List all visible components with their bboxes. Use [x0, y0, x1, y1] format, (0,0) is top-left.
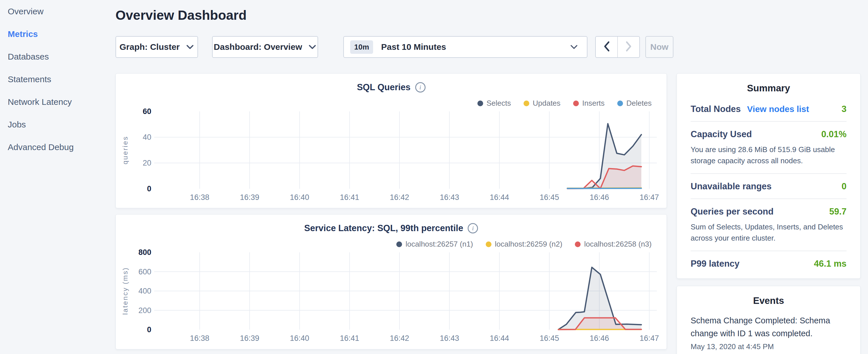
- summary-row: Capacity Used0.01%You are using 28.6 MiB…: [691, 122, 846, 174]
- summary-row-description: Sum of Selects, Updates, Inserts, and De…: [691, 221, 846, 244]
- x-tick-label: 16:38: [181, 193, 218, 202]
- x-tick-label: 16:41: [331, 334, 368, 343]
- sidebar-item-advanced-debug[interactable]: Advanced Debug: [0, 136, 109, 158]
- x-tick-label: 16:43: [431, 334, 468, 343]
- dashboard-dropdown[interactable]: Dashboard: Overview: [212, 36, 318, 58]
- x-tick-label: 16:42: [381, 334, 418, 343]
- legend-item[interactable]: localhost:26258 (n3): [575, 240, 652, 249]
- chevron-right-icon: [625, 41, 632, 53]
- sidebar: OverviewMetricsDatabasesStatementsNetwor…: [0, 0, 109, 354]
- x-tick-label: 16:38: [181, 334, 218, 343]
- x-tick-label: 16:43: [431, 193, 468, 202]
- prev-time-button[interactable]: [596, 37, 617, 57]
- x-tick-label: 16:45: [531, 193, 568, 202]
- summary-row-value: 3: [842, 104, 846, 114]
- chevron-left-icon: [603, 41, 610, 53]
- chart-title: SQL Queries: [357, 82, 410, 93]
- x-tick-label: 16:41: [331, 193, 368, 202]
- info-icon[interactable]: i: [468, 223, 478, 233]
- event-message: Schema Change Completed: Schema change w…: [691, 314, 831, 340]
- legend-item[interactable]: Selects: [477, 99, 511, 108]
- page-title: Overview Dashboard: [116, 7, 247, 23]
- x-tick-label: 16:44: [481, 334, 518, 343]
- event-timestamp: May 13, 2020 at 4:45 PM: [691, 342, 846, 351]
- legend-dot-icon: [573, 100, 579, 106]
- x-tick-label: 16:40: [281, 334, 318, 343]
- x-tick-label: 16:39: [231, 334, 268, 343]
- y-tick-label: 400: [128, 286, 151, 296]
- legend-label: localhost:26258 (n3): [584, 240, 652, 249]
- summary-row-label: Total Nodes: [691, 104, 741, 114]
- summary-row-label: Capacity Used: [691, 129, 752, 139]
- view-nodes-list-link[interactable]: View nodes list: [747, 104, 809, 114]
- legend-label: Inserts: [582, 99, 604, 108]
- legend-dot-icon: [477, 100, 483, 106]
- chart-title: Service Latency: SQL, 99th percentile: [304, 223, 463, 233]
- legend-label: Deletes: [626, 99, 652, 108]
- summary-row: Unavailable ranges0: [691, 174, 846, 199]
- y-tick-label: 800: [128, 248, 151, 257]
- time-range-dropdown[interactable]: 10m Past 10 Minutes: [343, 36, 587, 58]
- x-tick-label: 16:46: [581, 193, 618, 202]
- time-step-controls: [595, 36, 640, 58]
- legend-label: Updates: [533, 99, 560, 108]
- summary-row-description: You are using 28.6 MiB of 515.9 GiB usab…: [691, 144, 846, 166]
- legend-item[interactable]: localhost:26259 (n2): [486, 240, 562, 249]
- chart-legend: localhost:26257 (n1)localhost:26259 (n2)…: [396, 240, 652, 249]
- event-item: Schema Change Completed: Schema change w…: [691, 314, 846, 351]
- service-latency-plot[interactable]: [154, 252, 657, 330]
- sidebar-item-network-latency[interactable]: Network Latency: [0, 91, 109, 113]
- legend-item[interactable]: Deletes: [617, 99, 652, 108]
- overview-dashboard-page: { "colors": { "accent_blue": "#3f7df2", …: [0, 0, 868, 354]
- time-range-badge: 10m: [350, 40, 373, 54]
- summary-row-label: Unavailable ranges: [691, 181, 772, 192]
- x-tick-label: 16:39: [231, 193, 268, 202]
- sidebar-item-metrics[interactable]: Metrics: [0, 23, 109, 45]
- sidebar-nav-list: OverviewMetricsDatabasesStatementsNetwor…: [0, 0, 109, 158]
- legend-dot-icon: [617, 100, 623, 106]
- events-title: Events: [677, 286, 860, 306]
- summary-row: Queries per second59.7Sum of Selects, Up…: [691, 199, 846, 251]
- x-tick-label: 16:40: [281, 193, 318, 202]
- chevron-down-icon: [570, 44, 578, 50]
- sql-queries-card: SQL Queries i SelectsUpdatesInsertsDelet…: [116, 73, 667, 208]
- legend-label: localhost:26257 (n1): [405, 240, 473, 249]
- sidebar-item-statements[interactable]: Statements: [0, 68, 109, 91]
- summary-row-value: 0: [842, 181, 846, 192]
- y-tick-label: 200: [128, 306, 151, 315]
- service-latency-card: Service Latency: SQL, 99th percentile i …: [116, 214, 667, 349]
- chevron-down-icon: [308, 44, 316, 50]
- sidebar-item-databases[interactable]: Databases: [0, 45, 109, 68]
- summary-row-value: 46.1 ms: [814, 259, 846, 269]
- legend-item[interactable]: Inserts: [573, 99, 604, 108]
- sql-queries-plot[interactable]: [154, 111, 657, 189]
- summary-row: Total NodesView nodes list3: [691, 97, 846, 122]
- info-icon[interactable]: i: [415, 82, 426, 93]
- sidebar-item-jobs[interactable]: Jobs: [0, 113, 109, 136]
- graph-scope-dropdown[interactable]: Graph: Cluster: [116, 36, 198, 58]
- summary-row-value: 0.01%: [821, 129, 846, 139]
- x-tick-label: 16:42: [381, 193, 418, 202]
- legend-item[interactable]: localhost:26257 (n1): [396, 240, 473, 249]
- summary-panel: Summary Total NodesView nodes list3Capac…: [677, 73, 861, 279]
- y-tick-label: 60: [128, 107, 151, 116]
- y-tick-label: 0: [128, 325, 151, 334]
- summary-row-label: Queries per second: [691, 206, 773, 217]
- events-panel: Events Schema Change Completed: Schema c…: [677, 286, 861, 354]
- y-tick-label: 600: [128, 267, 151, 277]
- summary-row-value: 59.7: [829, 206, 846, 217]
- now-button[interactable]: Now: [645, 36, 674, 58]
- legend-dot-icon: [396, 242, 402, 247]
- dashboard-label: Dashboard: Overview: [214, 42, 302, 52]
- summary-row: P99 latency46.1 ms: [691, 251, 846, 276]
- legend-label: localhost:26259 (n2): [495, 240, 562, 249]
- legend-item[interactable]: Updates: [524, 99, 560, 108]
- x-tick-label: 16:45: [531, 334, 568, 343]
- y-tick-label: 0: [128, 184, 151, 193]
- x-tick-label: 16:46: [581, 334, 618, 343]
- next-time-button[interactable]: [617, 37, 639, 57]
- sidebar-item-overview[interactable]: Overview: [0, 0, 109, 23]
- y-axis-label: queries: [120, 111, 130, 189]
- legend-dot-icon: [575, 242, 581, 247]
- summary-row-label: P99 latency: [691, 259, 740, 269]
